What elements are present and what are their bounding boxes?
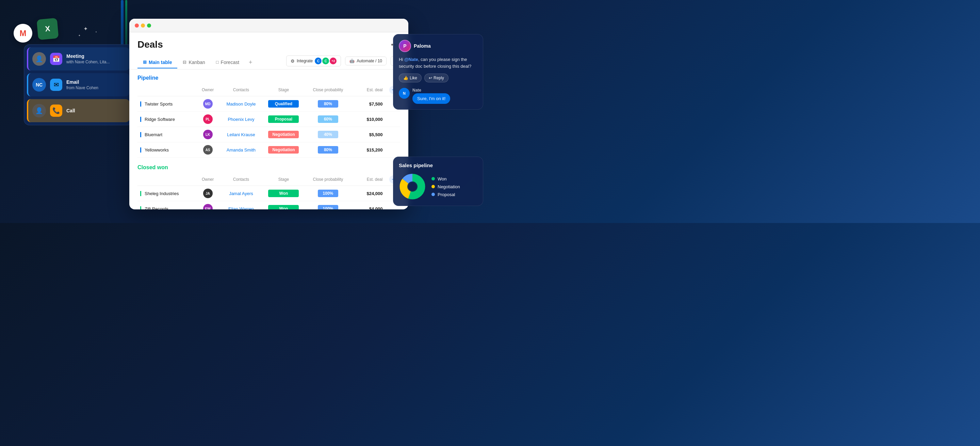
pipeline-row-2[interactable]: Bluemart LK Leilani Krause Negotiation 4… bbox=[137, 127, 400, 142]
chat-actions: 👍 Like ↩ Reply bbox=[399, 73, 477, 83]
pipeline-tbody: Twister Sports MD Madison Doyle Qualifie… bbox=[137, 96, 400, 158]
deal-name: Zift Records bbox=[140, 206, 194, 210]
meeting-text: Meeting with Nave Cohen, Lita... bbox=[66, 53, 110, 64]
legend-item-negotiation: Negotiation bbox=[431, 184, 460, 189]
activity-panel: 👤 📅 Meeting with Nave Cohen, Lita... NC … bbox=[24, 44, 133, 125]
traffic-light-red[interactable] bbox=[135, 24, 139, 27]
stage-badge: Negotiation bbox=[268, 146, 299, 153]
nate-reply: Nate Sure, I'm on it! bbox=[412, 88, 450, 104]
pipeline-row-1[interactable]: Ridge Software PL Phoenix Levy Proposal … bbox=[137, 112, 400, 127]
traffic-light-green[interactable] bbox=[147, 24, 151, 27]
meeting-avatar: 👤 bbox=[32, 52, 46, 66]
closed-won-row-0[interactable]: Sheleg Industries JA Jamal Ayers Won 100… bbox=[137, 186, 400, 201]
closed-won-header-row: Owner Contacts Stage Close probability E… bbox=[137, 173, 400, 186]
col-est: Est. deal bbox=[352, 84, 385, 96]
contact-link[interactable]: Leilani Krause bbox=[227, 132, 255, 137]
closed-won-section-header: Closed won bbox=[137, 164, 400, 170]
email-title: Email bbox=[66, 79, 98, 85]
activity-item-meeting[interactable]: 👤 📅 Meeting with Nave Cohen, Lita... bbox=[27, 47, 130, 70]
toolbar-right: ⚙ Integrate C C +2 🤖 Automate / 10 ∧ bbox=[286, 56, 400, 69]
traffic-light-yellow[interactable] bbox=[141, 24, 145, 27]
est-deal: $7,500 bbox=[369, 102, 383, 107]
legend-item-proposal: Proposal bbox=[431, 192, 460, 197]
window-titlebar bbox=[129, 19, 408, 32]
call-icon: 📞 bbox=[50, 105, 62, 117]
chat-panel: P Paloma Hi @Nate, can you please sign t… bbox=[393, 34, 483, 110]
tabs-row: ⊞ Main table ⊟ Kanban □ Forecast + ⚙ Int… bbox=[137, 56, 400, 69]
contact-link[interactable]: Jamal Ayers bbox=[229, 191, 253, 196]
call-title: Call bbox=[66, 108, 75, 113]
chart-legend: Won Negotiation Proposal bbox=[431, 176, 460, 197]
tab-main-table[interactable]: ⊞ Main table bbox=[137, 57, 177, 68]
contact-link[interactable]: Phoenix Levy bbox=[228, 117, 254, 122]
app-title-row: Deals ••• bbox=[137, 39, 400, 50]
pipeline-row-3[interactable]: Yellowworks AS Amanda Smith Negotiation … bbox=[137, 142, 400, 158]
activity-item-email[interactable]: NC ✉ Email from Nave Cohen bbox=[27, 73, 130, 96]
closed-won-row-1[interactable]: Zift Records EW Elian Warren Won 100% $4… bbox=[137, 201, 400, 210]
like-button[interactable]: 👍 Like bbox=[399, 73, 422, 83]
contact-link[interactable]: Madison Doyle bbox=[226, 102, 256, 107]
deal-name: Bluemart bbox=[140, 132, 194, 137]
probability-badge: 40% bbox=[318, 131, 338, 138]
est-deal: $15,200 bbox=[366, 147, 382, 153]
legend-dot-won bbox=[431, 177, 435, 180]
owner-avatar: EW bbox=[203, 204, 213, 209]
gmail-icon-container: M bbox=[14, 24, 32, 43]
probability-badge: 60% bbox=[318, 115, 338, 123]
col-owner-cw: Owner bbox=[197, 173, 219, 186]
pipeline-table: Owner Contacts Stage Close probability E… bbox=[137, 84, 400, 158]
sales-content: Won Negotiation Proposal bbox=[399, 173, 477, 200]
closed-won-tbody: Sheleg Industries JA Jamal Ayers Won 100… bbox=[137, 186, 400, 210]
probability-badge: 100% bbox=[318, 190, 338, 197]
col-contacts: Contacts bbox=[219, 84, 263, 96]
automate-button[interactable]: 🤖 Automate / 10 bbox=[345, 57, 387, 65]
integration-icon-plus: +2 bbox=[330, 57, 337, 64]
excel-icon-container: X bbox=[37, 19, 58, 39]
reply-button[interactable]: ↩ Reply bbox=[424, 73, 449, 83]
chat-mention: @Nate bbox=[404, 57, 418, 62]
sparkle-star-2: ✦ bbox=[78, 34, 81, 37]
deal-name: Sheleg Industries bbox=[140, 191, 194, 196]
owner-avatar: JA bbox=[203, 189, 213, 198]
est-deal: $4,000 bbox=[369, 206, 383, 210]
email-avatar: NC bbox=[32, 78, 46, 92]
tab-kanban[interactable]: ⊟ Kanban bbox=[177, 57, 210, 68]
call-avatar: 👤 bbox=[32, 104, 46, 118]
pipeline-section-header: Pipeline bbox=[137, 75, 400, 81]
automate-icon: 🤖 bbox=[350, 59, 355, 63]
table-content: Pipeline Owner Contacts Stage Close prob… bbox=[129, 70, 408, 209]
pipeline-row-0[interactable]: Twister Sports MD Madison Doyle Qualifie… bbox=[137, 96, 400, 112]
nate-avatar: N bbox=[399, 88, 410, 99]
stage-badge: Won bbox=[268, 205, 299, 209]
deal-name: Yellowworks bbox=[140, 147, 194, 153]
tab-forecast[interactable]: □ Forecast bbox=[211, 57, 245, 68]
col-stage-cw: Stage bbox=[263, 173, 304, 186]
owner-avatar: AS bbox=[203, 145, 213, 155]
contact-link[interactable]: Amanda Smith bbox=[227, 147, 256, 153]
nate-message: Sure, I'm on it! bbox=[412, 93, 450, 104]
forecast-icon: □ bbox=[216, 60, 219, 65]
activity-item-call[interactable]: 👤 📞 Call bbox=[27, 99, 130, 122]
integrate-button[interactable]: ⚙ Integrate C C +2 bbox=[286, 56, 341, 66]
closed-won-table: Owner Contacts Stage Close probability E… bbox=[137, 173, 400, 209]
stage-badge: Won bbox=[268, 190, 299, 197]
app-header: Deals ••• ⊞ Main table ⊟ Kanban □ Foreca… bbox=[129, 32, 408, 70]
integration-icon-1: C bbox=[315, 57, 321, 64]
email-text: Email from Nave Cohen bbox=[66, 79, 98, 90]
reply-icon: ↩ bbox=[429, 76, 432, 80]
col-prob-cw: Close probability bbox=[304, 173, 352, 186]
page-title: Deals bbox=[137, 39, 163, 50]
pipeline-title: Pipeline bbox=[137, 75, 158, 81]
add-view-button[interactable]: + bbox=[245, 56, 256, 69]
deal-name: Ridge Software bbox=[140, 117, 194, 122]
legend-item-won: Won bbox=[431, 176, 460, 182]
meeting-subtitle: with Nave Cohen, Lita... bbox=[66, 60, 110, 64]
integration-icons: C C +2 bbox=[315, 57, 337, 64]
contact-link[interactable]: Elian Warren bbox=[228, 206, 254, 210]
email-icon: ✉ bbox=[50, 79, 62, 91]
est-deal: $5,500 bbox=[369, 132, 383, 137]
pipeline-header-row: Owner Contacts Stage Close probability E… bbox=[137, 84, 400, 96]
owner-avatar: LK bbox=[203, 130, 213, 139]
deal-name: Twister Sports bbox=[140, 102, 194, 107]
sparkle-star-1: ✦ bbox=[83, 25, 88, 32]
